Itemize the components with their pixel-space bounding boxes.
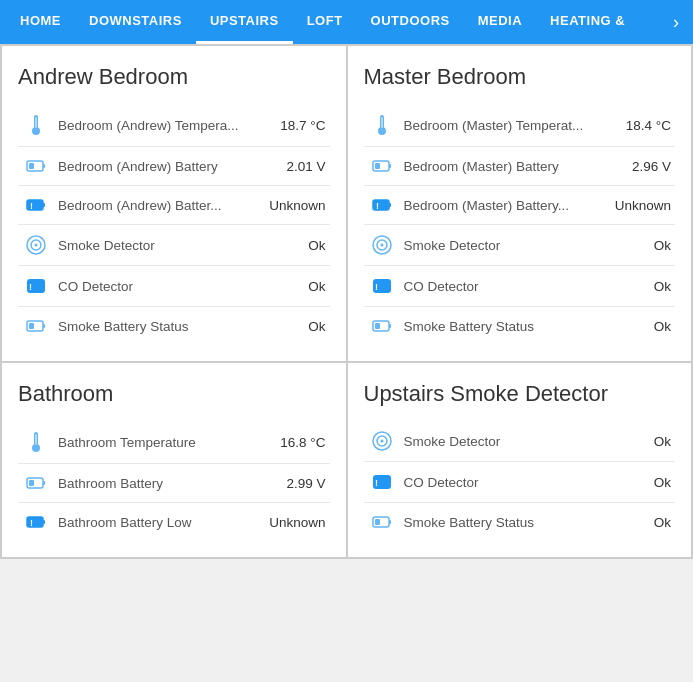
sensor-value: Ok [654, 475, 671, 490]
sensor-value: Ok [654, 515, 671, 530]
navigation: HOMEDOWNSTAIRSUPSTAIRSLOFTOUTDOORSMEDIAH… [0, 0, 693, 44]
svg-text:!: ! [376, 201, 379, 211]
sensor-row: Bedroom (Master) Battery2.96 V [364, 147, 676, 186]
nav-more-arrow[interactable]: › [665, 12, 687, 33]
sensor-row: ! CO DetectorOk [18, 266, 330, 307]
card-title-1: Master Bedroom [364, 64, 676, 90]
nav-item-home[interactable]: HOME [6, 0, 75, 44]
svg-text:!: ! [375, 282, 378, 292]
card-title-0: Andrew Bedroom [18, 64, 330, 90]
sensor-value: Ok [654, 279, 671, 294]
svg-rect-33 [375, 323, 380, 329]
sensor-value: Ok [308, 238, 325, 253]
sensor-label: Bedroom (Master) Battery [404, 159, 624, 174]
svg-rect-49 [389, 520, 391, 524]
svg-rect-24 [389, 203, 391, 207]
sensor-value: Ok [308, 319, 325, 334]
svg-rect-36 [35, 434, 37, 445]
nav-item-heating-&[interactable]: HEATING & [536, 0, 639, 44]
sensor-label: Bathroom Battery [58, 476, 278, 491]
sensor-row: Smoke Battery StatusOk [364, 307, 676, 345]
thermometer-icon [368, 113, 396, 137]
dashboard-grid: Andrew Bedroom Bedroom (Andrew) Tempera.… [0, 44, 693, 559]
sensor-value: 18.4 °C [626, 118, 671, 133]
sensor-value: Ok [308, 279, 325, 294]
sensor-label: CO Detector [404, 475, 646, 490]
smoke-icon [22, 234, 50, 256]
svg-rect-15 [43, 324, 45, 328]
svg-rect-50 [375, 519, 380, 525]
sensor-label: Bathroom Temperature [58, 435, 272, 450]
svg-point-18 [378, 127, 386, 135]
co-icon: ! [22, 275, 50, 297]
svg-rect-2 [35, 117, 37, 128]
sensor-value: Ok [654, 319, 671, 334]
sensor-row: ! Bedroom (Master) Battery...Unknown [364, 186, 676, 225]
sensor-row: Smoke DetectorOk [364, 421, 676, 462]
sensor-row: ! CO DetectorOk [364, 266, 676, 307]
sensor-label: Smoke Battery Status [404, 319, 646, 334]
svg-point-35 [32, 444, 40, 452]
card-3: Upstairs Smoke Detector Smoke DetectorOk… [348, 363, 692, 557]
svg-rect-39 [29, 480, 34, 486]
sensor-label: Bedroom (Andrew) Battery [58, 159, 278, 174]
svg-rect-19 [381, 117, 383, 128]
sensor-value: Unknown [269, 515, 325, 530]
nav-item-loft[interactable]: LOFT [293, 0, 357, 44]
sensor-row: ! CO DetectorOk [364, 462, 676, 503]
smoke-icon [368, 234, 396, 256]
nav-item-upstairs[interactable]: UPSTAIRS [196, 0, 293, 44]
sensor-label: Bedroom (Andrew) Tempera... [58, 118, 272, 133]
svg-text:!: ! [30, 201, 33, 211]
sensor-label: Bedroom (Master) Temperat... [404, 118, 618, 133]
card-title-3: Upstairs Smoke Detector [364, 381, 676, 407]
sensor-value: Unknown [615, 198, 671, 213]
thermometer-icon [22, 430, 50, 454]
sensor-label: Smoke Detector [404, 238, 646, 253]
sensor-row: Bathroom Battery2.99 V [18, 464, 330, 503]
svg-rect-16 [29, 323, 34, 329]
sensor-value: 18.7 °C [280, 118, 325, 133]
svg-rect-32 [389, 324, 391, 328]
co-icon: ! [368, 471, 396, 493]
sensor-label: Bedroom (Master) Battery... [404, 198, 607, 213]
svg-point-45 [380, 440, 383, 443]
sensor-label: Smoke Battery Status [404, 515, 646, 530]
sensor-row: Bedroom (Andrew) Battery2.01 V [18, 147, 330, 186]
svg-rect-22 [375, 163, 380, 169]
nav-item-downstairs[interactable]: DOWNSTAIRS [75, 0, 196, 44]
sensor-label: CO Detector [404, 279, 646, 294]
nav-item-media[interactable]: MEDIA [464, 0, 536, 44]
battery-icon [22, 156, 50, 176]
svg-rect-7 [43, 203, 45, 207]
sensor-value: 2.99 V [286, 476, 325, 491]
sensor-value: Ok [654, 434, 671, 449]
svg-text:!: ! [29, 282, 32, 292]
sensor-label: CO Detector [58, 279, 300, 294]
svg-point-1 [32, 127, 40, 135]
svg-point-28 [380, 244, 383, 247]
sensor-row: ! Bedroom (Andrew) Batter...Unknown [18, 186, 330, 225]
svg-rect-41 [43, 520, 45, 524]
card-1: Master Bedroom Bedroom (Master) Temperat… [348, 46, 692, 361]
battery-icon [368, 316, 396, 336]
sensor-row: Bathroom Temperature16.8 °C [18, 421, 330, 464]
svg-rect-38 [43, 481, 45, 485]
sensor-label: Bathroom Battery Low [58, 515, 261, 530]
thermometer-icon [22, 113, 50, 137]
sensor-value: Ok [654, 238, 671, 253]
battery-icon [368, 156, 396, 176]
smoke-icon [368, 430, 396, 452]
battery-icon [368, 512, 396, 532]
sensor-label: Bedroom (Andrew) Batter... [58, 198, 261, 213]
sensor-row: Smoke DetectorOk [18, 225, 330, 266]
sensor-row: Smoke Battery StatusOk [364, 503, 676, 541]
svg-rect-21 [389, 164, 391, 168]
sensor-value: 2.01 V [286, 159, 325, 174]
sensor-value: Unknown [269, 198, 325, 213]
nav-item-outdoors[interactable]: OUTDOORS [357, 0, 464, 44]
sensor-label: Smoke Battery Status [58, 319, 300, 334]
sensor-value: 2.96 V [632, 159, 671, 174]
sensor-row: ! Bathroom Battery LowUnknown [18, 503, 330, 541]
card-title-2: Bathroom [18, 381, 330, 407]
